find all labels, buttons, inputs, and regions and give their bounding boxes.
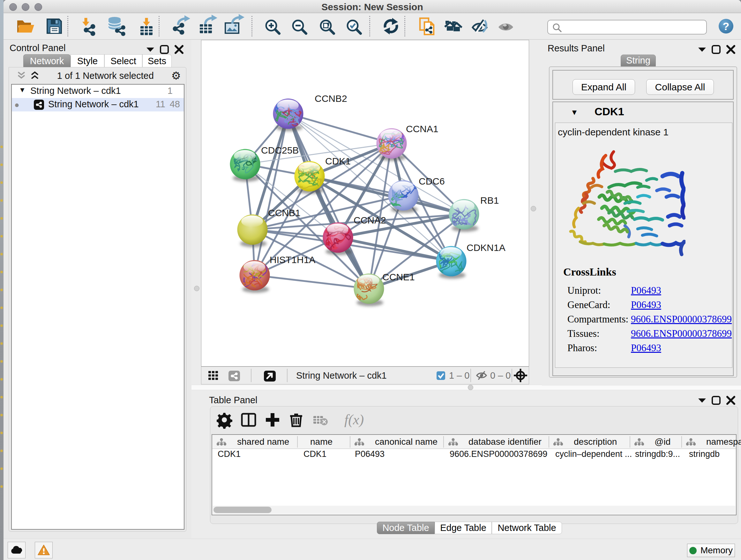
- svg-text:String Network – cdk1: String Network – cdk1: [296, 370, 387, 381]
- svg-text:CDC25B: CDC25B: [261, 145, 299, 155]
- svg-text:1 – 0: 1 – 0: [449, 370, 470, 381]
- svg-text:CCNA1: CCNA1: [406, 124, 439, 134]
- svg-text:CDKN1A: CDKN1A: [467, 242, 506, 253]
- svg-text:CDK1: CDK1: [325, 156, 351, 166]
- svg-text:CCNB1: CCNB1: [268, 207, 300, 218]
- svg-text:CCNA2: CCNA2: [354, 215, 386, 226]
- svg-text:RB1: RB1: [480, 195, 499, 206]
- svg-text:CDC6: CDC6: [419, 176, 445, 186]
- svg-text:CCNE1: CCNE1: [382, 272, 415, 282]
- svg-text:0 – 0: 0 – 0: [490, 370, 511, 381]
- svg-text:HIST1H1A: HIST1H1A: [270, 254, 315, 265]
- svg-text:CCNB2: CCNB2: [315, 93, 347, 104]
- svg-text:f(x): f(x): [344, 412, 364, 428]
